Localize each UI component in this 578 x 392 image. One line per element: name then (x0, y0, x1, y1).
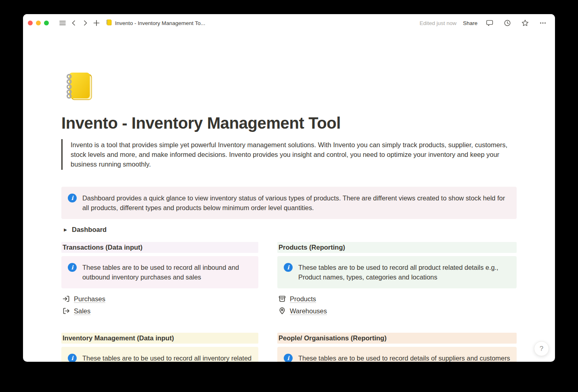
sign-in-icon (62, 295, 70, 303)
new-tab-icon[interactable] (92, 18, 101, 28)
history-icon[interactable] (503, 18, 512, 28)
comments-icon[interactable] (485, 18, 494, 28)
archive-box-icon (278, 295, 286, 303)
people-organisations-header: People/ Organisations (Reporting) (277, 333, 517, 344)
people-organisations-callout: i These tables are to be used to record … (277, 347, 517, 362)
page-notebook-icon[interactable] (61, 69, 95, 103)
link-label[interactable]: Sales (74, 307, 90, 315)
back-icon[interactable] (69, 18, 79, 28)
share-button[interactable]: Share (463, 20, 477, 26)
section-people-organisations: People/ Organisations (Reporting) i Thes… (277, 333, 517, 362)
toggle-caret-icon[interactable]: ▶ (62, 227, 69, 232)
products-callout: i These tables are to be used to record … (277, 256, 517, 288)
tab-title: Invento - Inventory Management To... (115, 20, 205, 26)
columns-row-2: Inventory Management (Data input) i Thes… (61, 333, 517, 362)
products-header: Products (Reporting) (277, 242, 517, 253)
link-label[interactable]: Products (290, 295, 316, 303)
inventory-management-callout: i These tables are to be used to record … (61, 347, 258, 362)
app-window: Invento - Inventory Management To... Edi… (23, 14, 555, 362)
section-products: Products (Reporting) i These tables are … (277, 242, 517, 317)
section-inventory-management: Inventory Management (Data input) i Thes… (61, 333, 258, 362)
more-options-icon[interactable] (538, 18, 548, 28)
inventory-management-callout-text: These tables are to be used to record al… (82, 353, 251, 362)
inventory-management-header: Inventory Management (Data input) (61, 333, 258, 344)
info-icon: i (68, 194, 77, 202)
edited-status: Edited just now (419, 20, 457, 26)
page-link-warehouses[interactable]: Warehouses (277, 305, 517, 317)
info-icon: i (284, 263, 293, 272)
page-link-products[interactable]: Products (277, 293, 517, 304)
info-icon: i (68, 263, 77, 272)
forward-icon[interactable] (80, 18, 90, 28)
document-tab[interactable]: Invento - Inventory Management To... (105, 19, 205, 27)
page-link-purchases[interactable]: Purchases (61, 293, 258, 304)
people-organisations-callout-text: These tables are to be used to record de… (298, 353, 510, 362)
info-icon: i (284, 354, 293, 362)
dashboard-toggle-label: Dashboard (72, 226, 107, 234)
intro-quote: Invento is a tool that provides simple y… (61, 139, 517, 170)
section-transactions: Transactions (Data input) i These tables… (61, 242, 258, 317)
notebook-icon (105, 19, 112, 27)
titlebar: Invento - Inventory Management To... Edi… (23, 14, 555, 32)
favorite-star-icon[interactable] (520, 18, 530, 28)
products-callout-text: These tables are to be used to record al… (298, 263, 510, 282)
close-window-button[interactable] (28, 21, 33, 25)
dashboard-callout: i Dashboard provides a quick glance to v… (61, 187, 517, 219)
location-pin-icon (278, 307, 286, 315)
link-label[interactable]: Warehouses (290, 307, 327, 315)
page-link-sales[interactable]: Sales (61, 305, 258, 317)
page-content: Invento - Inventory Management Tool Inve… (61, 32, 517, 362)
sign-out-icon (62, 307, 70, 315)
traffic-lights (28, 21, 49, 25)
transactions-callout: i These tables are to be used to record … (61, 256, 258, 288)
link-label[interactable]: Purchases (74, 295, 105, 303)
zoom-window-button[interactable] (44, 21, 49, 25)
page-title: Invento - Inventory Management Tool (61, 113, 517, 133)
transactions-header: Transactions (Data input) (61, 242, 258, 253)
info-icon: i (68, 354, 77, 362)
dashboard-toggle[interactable]: ▶ Dashboard (61, 225, 517, 235)
minimize-window-button[interactable] (36, 21, 41, 25)
dashboard-callout-text: Dashboard provides a quick glance to vie… (82, 193, 510, 213)
sidebar-toggle-icon[interactable] (58, 18, 67, 28)
help-button[interactable]: ? (534, 341, 549, 356)
columns-row-1: Transactions (Data input) i These tables… (61, 242, 517, 317)
transactions-callout-text: These tables are to be used to record al… (82, 263, 252, 282)
